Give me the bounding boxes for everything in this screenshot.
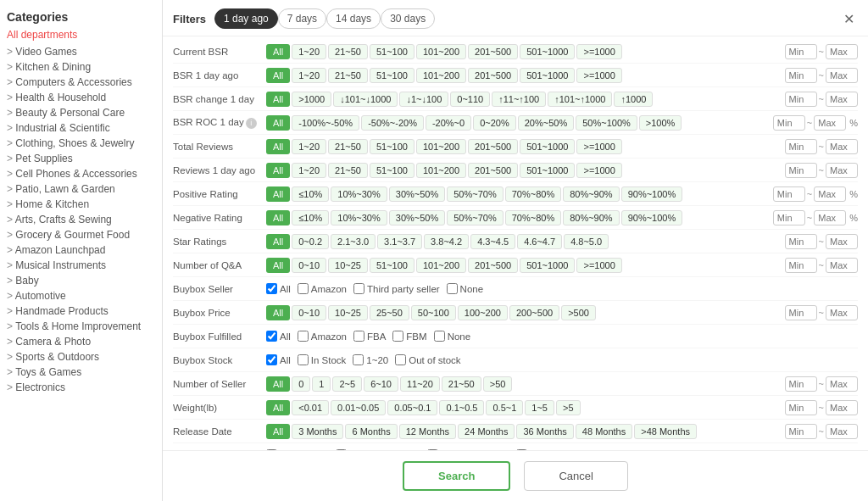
filter-tag[interactable]: 0.1~0.5: [439, 400, 484, 415]
filter-tag[interactable]: 501~1000: [520, 163, 575, 178]
sidebar-item[interactable]: Musical Instruments: [7, 258, 155, 273]
filter-tag[interactable]: 101~200: [416, 258, 466, 273]
filter-tag[interactable]: 201~500: [468, 68, 518, 83]
filter-tag[interactable]: 21~50: [442, 376, 481, 392]
checkbox-item[interactable]: None: [447, 283, 484, 294]
sidebar-item[interactable]: Pet Supplies: [7, 151, 155, 166]
filter-tag[interactable]: 1~20: [292, 68, 326, 83]
tab-button[interactable]: 1 day ago: [214, 8, 278, 29]
filter-tag[interactable]: >500: [561, 305, 596, 320]
sidebar-item[interactable]: Patio, Lawn & Garden: [7, 181, 155, 197]
min-input[interactable]: [773, 210, 805, 225]
min-input[interactable]: [785, 400, 817, 415]
filter-tag[interactable]: 21~50: [328, 68, 368, 83]
checkbox-input[interactable]: [298, 331, 309, 342]
max-input[interactable]: [826, 68, 858, 83]
filter-tag[interactable]: 0.01~0.05: [331, 400, 386, 415]
filter-tag[interactable]: All: [266, 305, 290, 320]
filter-tag[interactable]: >=1000: [576, 163, 621, 178]
filter-tag[interactable]: All: [266, 424, 290, 439]
filter-tag[interactable]: 1~20: [292, 44, 326, 59]
filter-tag[interactable]: 11~20: [400, 376, 440, 392]
checkbox-input[interactable]: [447, 283, 458, 294]
sidebar-item[interactable]: Sports & Outdoors: [7, 349, 155, 365]
filter-tag[interactable]: 6 Months: [345, 424, 397, 439]
filter-tag[interactable]: ↑101~↑1000: [548, 92, 612, 107]
filter-tag[interactable]: 0: [292, 376, 310, 392]
checkbox-input[interactable]: [353, 283, 364, 294]
sidebar-all-departments[interactable]: All departments: [7, 29, 155, 41]
filter-tag[interactable]: 4.8~5.0: [564, 234, 609, 249]
filter-tag[interactable]: All: [266, 68, 290, 83]
filter-tag[interactable]: 80%~90%: [563, 210, 619, 225]
sidebar-item[interactable]: Tools & Home Improvement: [7, 319, 155, 334]
checkbox-item[interactable]: 1~20: [353, 354, 388, 365]
filter-tag[interactable]: 201~500: [468, 258, 518, 273]
filter-tag[interactable]: 21~50: [328, 139, 368, 154]
filter-tag[interactable]: 501~1000: [520, 139, 575, 154]
filter-tag[interactable]: >=1000: [576, 68, 621, 83]
filter-tag[interactable]: >50: [483, 376, 513, 392]
filter-tag[interactable]: 30%~50%: [389, 210, 445, 225]
filter-tag[interactable]: 101~200: [416, 68, 466, 83]
sidebar-item[interactable]: Electronics: [7, 380, 155, 395]
filter-tag[interactable]: 90%~100%: [621, 186, 683, 202]
filter-tag[interactable]: 0.5~1: [486, 400, 523, 415]
sidebar-item[interactable]: Toys & Games: [7, 365, 155, 380]
max-input[interactable]: [826, 163, 858, 178]
filter-tag[interactable]: 12 Months: [399, 424, 456, 439]
filter-tag[interactable]: 0~10: [292, 258, 326, 273]
filter-tag[interactable]: 101~200: [416, 44, 466, 59]
filter-tag[interactable]: 0.05~0.1: [387, 400, 437, 415]
sidebar-item[interactable]: Industrial & Scientific: [7, 120, 155, 136]
filter-tag[interactable]: <0.01: [292, 400, 329, 415]
close-button[interactable]: ✕: [840, 11, 858, 27]
checkbox-item[interactable]: None: [434, 331, 471, 342]
filter-tag[interactable]: 501~1000: [520, 44, 575, 59]
filter-tag[interactable]: All: [266, 163, 290, 178]
checkbox-input[interactable]: [392, 331, 403, 342]
filter-tag[interactable]: 48 Months: [576, 424, 632, 439]
min-input[interactable]: [785, 68, 817, 83]
filter-tag[interactable]: 10~25: [328, 305, 368, 320]
checkbox-item[interactable]: All: [266, 331, 291, 342]
filter-tag[interactable]: >=1000: [576, 139, 621, 154]
max-input[interactable]: [826, 139, 858, 154]
max-input[interactable]: [826, 305, 858, 320]
filter-tag[interactable]: 50%~70%: [447, 186, 503, 202]
filter-tag[interactable]: 10%~30%: [331, 210, 387, 225]
sidebar-item[interactable]: Automotive: [7, 288, 155, 303]
filter-tag[interactable]: 501~1000: [520, 68, 575, 83]
sidebar-item[interactable]: Cell Phones & Accessories: [7, 166, 155, 181]
filter-tag[interactable]: 80%~90%: [563, 186, 619, 202]
filter-tag[interactable]: ↑11~↑100: [492, 92, 546, 107]
max-input[interactable]: [826, 44, 858, 59]
max-input[interactable]: [814, 115, 846, 131]
filter-tag[interactable]: 2~5: [332, 376, 362, 392]
checkbox-item[interactable]: Out of stock: [395, 354, 460, 365]
max-input[interactable]: [826, 376, 858, 392]
filter-tag[interactable]: 51~100: [370, 139, 415, 154]
filter-tag[interactable]: 90%~100%: [621, 210, 683, 225]
filter-tag[interactable]: 70%~80%: [505, 186, 561, 202]
sidebar-item[interactable]: Home & Kitchen: [7, 197, 155, 212]
max-input[interactable]: [826, 400, 858, 415]
sidebar-item[interactable]: Camera & Photo: [7, 334, 155, 349]
filter-tag[interactable]: 4.6~4.7: [517, 234, 562, 249]
filter-tag[interactable]: All: [266, 186, 290, 202]
filter-tag[interactable]: 101~200: [416, 163, 466, 178]
filter-tag[interactable]: -20%~0: [426, 115, 471, 131]
checkbox-item[interactable]: All: [266, 283, 291, 294]
filter-tag[interactable]: 3.1~3.7: [377, 234, 422, 249]
max-input[interactable]: [826, 258, 858, 273]
sidebar-item[interactable]: Beauty & Personal Care: [7, 105, 155, 120]
filter-tag[interactable]: >=1000: [576, 44, 621, 59]
filter-tag[interactable]: All: [266, 44, 290, 59]
filter-tag[interactable]: All: [266, 210, 290, 225]
min-input[interactable]: [773, 186, 805, 202]
filter-tag[interactable]: ↓1~↓100: [399, 92, 448, 107]
sidebar-item[interactable]: Handmade Products: [7, 303, 155, 319]
filter-tag[interactable]: -50%~-20%: [361, 115, 424, 131]
filter-tag[interactable]: -100%~-50%: [292, 115, 359, 131]
checkbox-input[interactable]: [266, 331, 277, 342]
